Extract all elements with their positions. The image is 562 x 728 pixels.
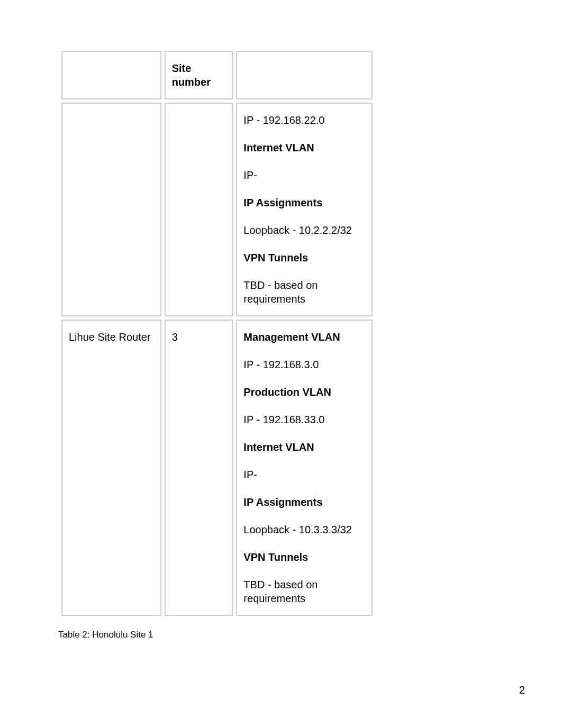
header-cell-site-number: Site number <box>165 51 233 99</box>
detail-line: Internet VLAN <box>243 440 365 454</box>
detail-line: Management VLAN <box>243 330 365 344</box>
detail-line: IP - 192.168.3.0 <box>243 358 365 371</box>
header-cell-details <box>236 51 373 99</box>
detail-line: IP- <box>243 468 365 481</box>
site-table: Site number IP - 192.168.22.0 Internet V… <box>58 48 376 619</box>
detail-line: Internet VLAN <box>243 141 365 154</box>
cell-site-name: Lihue Site Router <box>61 320 161 616</box>
detail-line: TBD - based on requirements <box>243 578 365 605</box>
table-caption: Table 2: Honolulu Site 1 <box>58 630 509 640</box>
detail-line: Loopback - 10.2.2.2/32 <box>243 223 365 237</box>
detail-line: Loopback - 10.3.3.3/32 <box>243 523 365 536</box>
detail-line: IP - 192.168.22.0 <box>243 113 365 127</box>
table-header-row: Site number <box>61 51 373 99</box>
detail-line: TBD - based on requirements <box>243 278 365 306</box>
detail-line: VPN Tunnels <box>243 251 365 265</box>
detail-line: VPN Tunnels <box>243 550 365 564</box>
detail-line: IP Assignments <box>243 495 365 509</box>
detail-line: Production VLAN <box>243 385 365 399</box>
cell-site-details: Management VLAN IP - 192.168.3.0 Product… <box>236 320 373 616</box>
detail-line: IP- <box>243 168 365 182</box>
page-number: 2 <box>519 684 525 696</box>
detail-line: IP - 192.168.33.0 <box>243 413 365 426</box>
detail-line: IP Assignments <box>243 196 365 210</box>
cell-site-details: IP - 192.168.22.0 Internet VLAN IP- IP A… <box>236 103 373 316</box>
table-row: Lihue Site Router 3 Management VLAN IP -… <box>61 320 373 616</box>
page: Site number IP - 192.168.22.0 Internet V… <box>0 0 562 728</box>
table-row: IP - 192.168.22.0 Internet VLAN IP- IP A… <box>61 103 373 316</box>
cell-site-number: 3 <box>165 320 233 616</box>
cell-site-name <box>61 103 161 316</box>
header-cell-name <box>61 51 161 99</box>
cell-site-number <box>165 103 233 316</box>
